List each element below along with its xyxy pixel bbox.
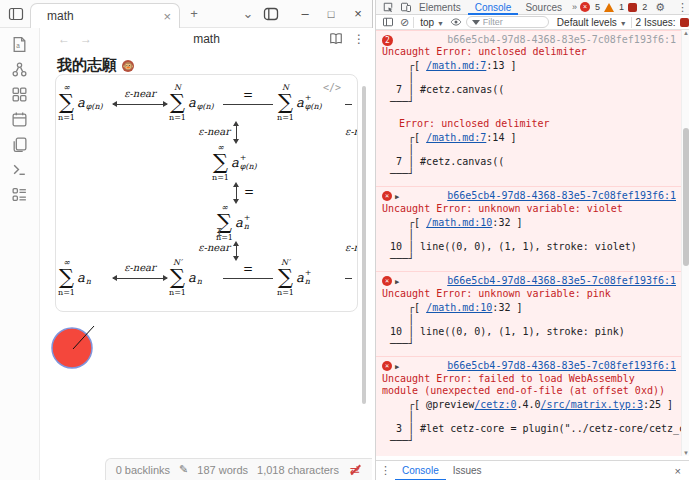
filter-box [466,16,549,28]
title-bar: math × + ⌄ – □ × [0,0,372,28]
clipped-dash [345,278,352,279]
note-heading: 我的志願 🐵 [40,50,373,75]
drawer-close-icon[interactable]: × [671,465,689,477]
tab-math[interactable]: math × [30,3,180,28]
reading-mode-icon[interactable] [329,32,343,46]
stack-frame: ┌[ /math.md:10:32 ] │ 10 │ line((0, 0), … [382,217,676,265]
console-scrollbar[interactable]: ▲ ▼ [681,30,689,456]
minimize-button[interactable]: – [296,5,314,23]
filter-input[interactable] [483,17,543,27]
eps-near-label: ε-near [184,242,230,253]
editor-scrollbar[interactable] [362,86,366,404]
graph-icon[interactable] [11,61,28,78]
message-header: b66e5cb4-97d8-4368-83e5-7c08fef193f6:1×▶… [382,190,676,215]
scroll-down-icon[interactable]: ▼ [682,450,689,456]
sum-node: ∞∑n=1a n [58,258,91,297]
issues-count-icon[interactable] [628,3,637,12]
expand-arrow-icon[interactable]: ▶ [395,191,399,203]
tab-list-chevron[interactable]: ⌄ [239,5,257,23]
left-sidebar-toggle-icon[interactable] [8,6,24,22]
word-count: 187 words [197,464,248,476]
log-levels-selector[interactable]: Default levels ▼ [557,17,627,28]
device-toolbar-icon[interactable] [400,1,412,13]
char-count: 1,018 characters [257,464,339,476]
backlinks-count[interactable]: 0 backlinks [116,464,170,476]
file-link[interactable]: /math.md:7 [426,60,486,71]
devtools-main-toolbar: Elements Console Sources » × 5 1 2 ⚙ ⋮ × [376,0,689,15]
templates-icon[interactable] [11,136,28,153]
svg-text:a: a [16,42,20,49]
sum-node: N′∑n=1a n [169,258,202,297]
file-link[interactable]: /math.md:10 [426,217,492,228]
edit-code-button[interactable]: </> [323,82,341,93]
devtools-menu-icon[interactable]: ⋮ [673,1,689,14]
message-header: b66e5cb4-97d8-4368-83e5-7c08fef193f6:12U… [382,34,676,58]
file-link[interactable]: /cetz:0 [474,399,516,410]
expand-arrow-icon[interactable]: ▶ [395,361,399,373]
error-icon: × [382,276,392,286]
context-selector[interactable]: top ▼ [420,17,444,28]
maximize-button[interactable]: □ [322,5,340,23]
drawer-menu-icon[interactable]: ⋮ [376,464,395,477]
drawer-tab-issues[interactable]: Issues [446,461,489,480]
terminal-icon[interactable] [11,161,28,178]
source-link[interactable]: b66e5cb4-97d8-4368-83e5-7c08fef193f6:1 [447,360,676,372]
error-count-icon[interactable]: × [580,2,590,12]
console-message[interactable]: b66e5cb4-97d8-4368-83e5-7c08fef193f6:1×▶… [376,357,682,456]
more-options-icon[interactable]: ⋮ [353,32,365,46]
new-note-icon[interactable]: a [11,36,28,53]
editor-pane: ← → math ⋮ 我的志願 🐵 </> ∞∑n [40,28,373,480]
clear-console-icon[interactable]: ⊘ [400,16,409,29]
tab-console[interactable]: Console [468,0,519,15]
vertical-arrow [236,125,237,140]
math-diagram: ∞∑n=1a φ(n) N∑n=1a φ(n) N∑n=1a+φ(n) ∞∑n=… [56,75,357,311]
file-link[interactable]: /math.md:7 [426,132,486,143]
scrollbar-thumb[interactable] [683,128,689,266]
more-tabs-icon[interactable]: » [569,2,580,12]
outline-icon[interactable] [11,186,28,203]
console-log: b66e5cb4-97d8-4368-83e5-7c08fef193f6:12U… [376,30,682,456]
message-header: b66e5cb4-97d8-4368-83e5-7c08fef193f6:1×▶… [382,275,676,300]
inspect-element-icon[interactable] [382,1,394,13]
view-title: math [40,32,373,46]
issues-link[interactable]: 2 Issues: 2 [636,17,689,28]
warning-count-icon[interactable] [604,3,614,12]
file-link[interactable]: /math.md:10 [426,302,492,313]
source-link[interactable]: b66e5cb4-97d8-4368-83e5-7c08fef193f6:1 [447,34,676,46]
issues-icon [680,18,689,27]
calendar-icon[interactable] [11,111,28,128]
file-link[interactable]: /src/matrix.typ:3 [541,399,643,410]
double-arrow [113,104,167,105]
expand-arrow-icon[interactable]: ▶ [395,276,399,288]
tab-sources[interactable]: Sources [518,0,569,15]
red-circle-drawing [48,322,100,374]
ribbon: a [0,28,40,480]
error-title: Uncaught Error: unknown variable: violet [382,203,623,214]
repeat-count-badge: 2 [382,35,393,46]
console-sidebar-icon[interactable] [382,16,394,28]
console-message[interactable]: b66e5cb4-97d8-4368-83e5-7c08fef193f6:1×▶… [376,187,682,272]
sync-error-icon[interactable]: ⇄ [348,463,362,477]
live-expression-eye-icon[interactable] [450,16,462,28]
card-grid-icon[interactable] [11,86,28,103]
tab-close-icon[interactable]: × [163,9,171,24]
right-sidebar-toggle-icon[interactable] [263,6,279,22]
scroll-up-icon[interactable]: ▲ [682,30,689,36]
new-tab-button[interactable]: + [185,5,203,23]
eps-near-label: ε-near [113,262,167,273]
console-message[interactable]: b66e5cb4-97d8-4368-83e5-7c08fef193f6:1×▶… [376,272,682,357]
view-header: ← → math ⋮ [40,28,373,50]
console-message[interactable]: b66e5cb4-97d8-4368-83e5-7c08fef193f6:12U… [376,30,682,187]
drawer-tab-console[interactable]: Console [395,461,446,480]
sum-node: N∑n=1a+φ(n) [277,83,322,122]
error-icon: × [382,361,392,371]
close-button[interactable]: × [349,5,367,23]
source-link[interactable]: b66e5cb4-97d8-4368-83e5-7c08fef193f6:1 [447,275,676,287]
message-subhead: Error: unclosed delimiter [382,118,676,130]
settings-gear-icon[interactable]: ⚙ [651,1,669,14]
screen: math × + ⌄ – □ × a [0,0,689,480]
source-link[interactable]: b66e5cb4-97d8-4368-83e5-7c08fef193f6:1 [447,190,676,202]
vertical-arrow [236,245,237,257]
edit-mode-icon[interactable]: ✎ [179,463,188,476]
tab-elements[interactable]: Elements [412,0,468,15]
